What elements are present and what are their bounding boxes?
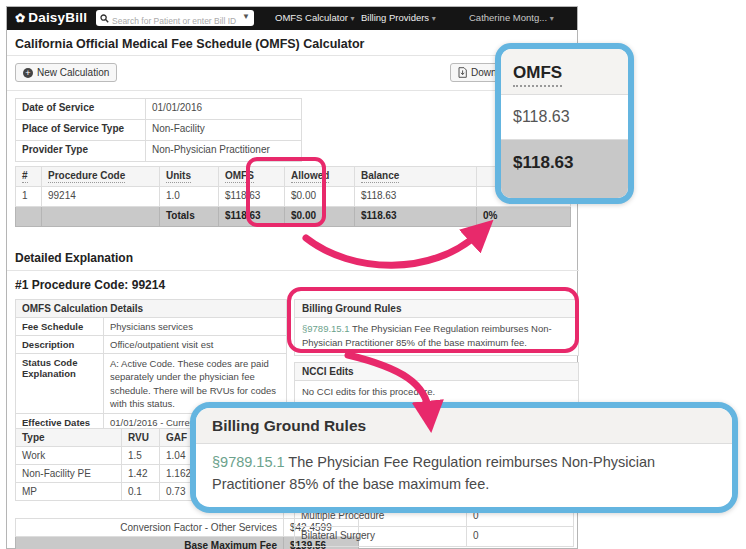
omfs-zoom-callout: OMFS $118.63 $118.63 (495, 43, 634, 204)
rules-callout-title: Billing Ground Rules (196, 408, 732, 444)
procedure-code-cell[interactable]: 99214 (42, 187, 160, 207)
omfs-total-cell: $118.63 (219, 207, 285, 227)
page-title: California Official Medical Fee Schedule… (15, 37, 364, 51)
table-row: Place of Service TypeNon-Facility (16, 120, 302, 141)
menu-billing-providers[interactable]: Billing Providers ▾ (361, 12, 436, 23)
results-data-row: 1 99214 1.0 $118.63 $0.00 $118.63 (16, 187, 571, 207)
omfs-callout-header: OMFS (501, 49, 628, 95)
table-row: Fee SchedulePhysicians services (16, 318, 287, 336)
daisybill-logo[interactable]: ✿DaisyBill (15, 10, 87, 25)
ncci-edits-title: NCCI Edits (295, 363, 578, 381)
search-caret-icon[interactable]: ▼ (242, 12, 250, 21)
menu-user[interactable]: Catherine Montg... ▾ (469, 12, 554, 23)
regulation-link[interactable]: §9789.15.1 (212, 454, 285, 470)
omfs-cell: $118.63 (219, 187, 285, 207)
divider (7, 55, 579, 56)
search-input[interactable] (96, 13, 254, 29)
chevron-down-icon: ▾ (351, 14, 355, 23)
ncci-edits-text: No CCI edits for this procedure. (295, 381, 578, 404)
brand-name: DaisyBill (28, 10, 87, 25)
detailed-explanation-heading: Detailed Explanation (15, 251, 133, 265)
divider (7, 90, 579, 91)
billing-rules-zoom-callout: Billing Ground Rules §9789.15.1 The Phys… (190, 402, 738, 513)
table-row: Provider TypeNon-Physician Practitioner (16, 141, 302, 162)
chevron-down-icon: ▾ (432, 14, 436, 23)
chevron-down-icon: ▾ (550, 14, 554, 23)
omfs-callout-total: $118.63 (501, 140, 628, 198)
procedure-code-heading: #1 Procedure Code: 99214 (15, 278, 165, 292)
billing-ground-rules-box: Billing Ground Rules §9789.15.1 The Phys… (294, 299, 579, 356)
rules-callout-text: §9789.15.1 The Physician Fee Regulation … (196, 444, 732, 504)
search-icon (100, 14, 109, 23)
global-search[interactable]: ▼ (96, 10, 254, 26)
table-header-row: OMFS Calculation Details (16, 300, 287, 318)
top-navbar: ✿DaisyBill ▼ OMFS Calculator ▾ Billing P… (7, 7, 577, 30)
billing-ground-rules-text: §9789.15.1 The Physician Fee Regulation … (295, 318, 578, 355)
omfs-callout-value: $118.63 (501, 95, 628, 140)
service-details-table: Date of Service01/01/2016 Place of Servi… (15, 98, 302, 162)
ncci-edits-box: NCCI Edits No CCI edits for this procedu… (294, 362, 579, 405)
regulation-link[interactable]: §9789.15.1 (302, 323, 350, 334)
download-icon (458, 67, 467, 78)
billing-ground-rules-title: Billing Ground Rules (295, 300, 578, 318)
results-header-row: # Procedure Code Units OMFS Allowed Bala… (16, 167, 571, 187)
plus-icon: + (23, 68, 33, 78)
menu-omfs-calculator[interactable]: OMFS Calculator ▾ (275, 12, 355, 23)
results-totals-row: Totals $118.63 $0.00 $118.63 0% (16, 207, 571, 227)
daisy-flower-icon: ✿ (15, 11, 25, 25)
table-row: Date of Service01/01/2016 (16, 99, 302, 120)
table-row: Bilateral Surgery0 (295, 527, 574, 547)
screenshot-stage: ✿DaisyBill ▼ OMFS Calculator ▾ Billing P… (0, 0, 746, 549)
new-calculation-button[interactable]: + New Calculation (15, 63, 117, 82)
results-table: # Procedure Code Units OMFS Allowed Bala… (15, 166, 571, 227)
divider (7, 270, 579, 271)
table-row: DescriptionOffice/outpatient visit est (16, 336, 287, 354)
